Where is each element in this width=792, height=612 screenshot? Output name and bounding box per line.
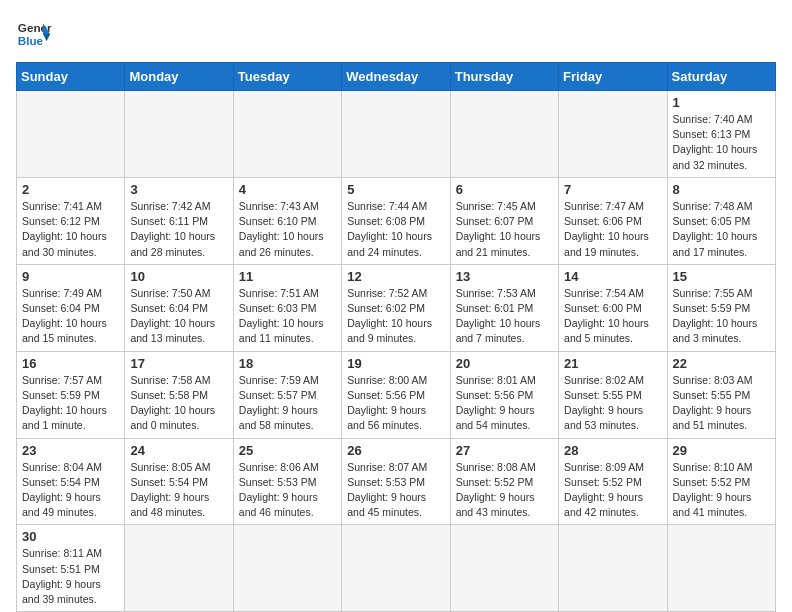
- weekday-header-row: SundayMondayTuesdayWednesdayThursdayFrid…: [17, 63, 776, 91]
- day-info: Sunrise: 8:06 AM Sunset: 5:53 PM Dayligh…: [239, 460, 336, 521]
- day-info: Sunrise: 8:05 AM Sunset: 5:54 PM Dayligh…: [130, 460, 227, 521]
- day-info: Sunrise: 8:10 AM Sunset: 5:52 PM Dayligh…: [673, 460, 770, 521]
- day-info: Sunrise: 8:00 AM Sunset: 5:56 PM Dayligh…: [347, 373, 444, 434]
- day-info: Sunrise: 7:54 AM Sunset: 6:00 PM Dayligh…: [564, 286, 661, 347]
- day-info: Sunrise: 7:45 AM Sunset: 6:07 PM Dayligh…: [456, 199, 553, 260]
- day-info: Sunrise: 8:07 AM Sunset: 5:53 PM Dayligh…: [347, 460, 444, 521]
- calendar-cell: 24Sunrise: 8:05 AM Sunset: 5:54 PM Dayli…: [125, 438, 233, 525]
- day-number: 28: [564, 443, 661, 458]
- calendar-cell: [667, 525, 775, 612]
- day-number: 1: [673, 95, 770, 110]
- calendar-cell: 26Sunrise: 8:07 AM Sunset: 5:53 PM Dayli…: [342, 438, 450, 525]
- day-number: 17: [130, 356, 227, 371]
- day-number: 5: [347, 182, 444, 197]
- day-info: Sunrise: 7:57 AM Sunset: 5:59 PM Dayligh…: [22, 373, 119, 434]
- day-info: Sunrise: 7:43 AM Sunset: 6:10 PM Dayligh…: [239, 199, 336, 260]
- day-info: Sunrise: 7:53 AM Sunset: 6:01 PM Dayligh…: [456, 286, 553, 347]
- day-info: Sunrise: 8:04 AM Sunset: 5:54 PM Dayligh…: [22, 460, 119, 521]
- day-number: 18: [239, 356, 336, 371]
- day-number: 3: [130, 182, 227, 197]
- day-number: 21: [564, 356, 661, 371]
- day-number: 24: [130, 443, 227, 458]
- day-info: Sunrise: 8:01 AM Sunset: 5:56 PM Dayligh…: [456, 373, 553, 434]
- calendar-cell: 23Sunrise: 8:04 AM Sunset: 5:54 PM Dayli…: [17, 438, 125, 525]
- day-info: Sunrise: 8:08 AM Sunset: 5:52 PM Dayligh…: [456, 460, 553, 521]
- calendar-cell: 15Sunrise: 7:55 AM Sunset: 5:59 PM Dayli…: [667, 264, 775, 351]
- day-number: 30: [22, 529, 119, 544]
- calendar-cell: [125, 91, 233, 178]
- calendar-week-4: 16Sunrise: 7:57 AM Sunset: 5:59 PM Dayli…: [17, 351, 776, 438]
- calendar-cell: 4Sunrise: 7:43 AM Sunset: 6:10 PM Daylig…: [233, 177, 341, 264]
- calendar-week-2: 2Sunrise: 7:41 AM Sunset: 6:12 PM Daylig…: [17, 177, 776, 264]
- calendar-table: SundayMondayTuesdayWednesdayThursdayFrid…: [16, 62, 776, 612]
- calendar-cell: 20Sunrise: 8:01 AM Sunset: 5:56 PM Dayli…: [450, 351, 558, 438]
- weekday-header-saturday: Saturday: [667, 63, 775, 91]
- day-number: 8: [673, 182, 770, 197]
- calendar-cell: 22Sunrise: 8:03 AM Sunset: 5:55 PM Dayli…: [667, 351, 775, 438]
- day-number: 14: [564, 269, 661, 284]
- day-number: 23: [22, 443, 119, 458]
- calendar-cell: 1Sunrise: 7:40 AM Sunset: 6:13 PM Daylig…: [667, 91, 775, 178]
- calendar-week-6: 30Sunrise: 8:11 AM Sunset: 5:51 PM Dayli…: [17, 525, 776, 612]
- day-number: 20: [456, 356, 553, 371]
- day-info: Sunrise: 7:48 AM Sunset: 6:05 PM Dayligh…: [673, 199, 770, 260]
- day-info: Sunrise: 8:02 AM Sunset: 5:55 PM Dayligh…: [564, 373, 661, 434]
- day-number: 7: [564, 182, 661, 197]
- day-info: Sunrise: 7:47 AM Sunset: 6:06 PM Dayligh…: [564, 199, 661, 260]
- calendar-cell: 10Sunrise: 7:50 AM Sunset: 6:04 PM Dayli…: [125, 264, 233, 351]
- calendar-cell: 21Sunrise: 8:02 AM Sunset: 5:55 PM Dayli…: [559, 351, 667, 438]
- calendar-cell: 11Sunrise: 7:51 AM Sunset: 6:03 PM Dayli…: [233, 264, 341, 351]
- calendar-week-5: 23Sunrise: 8:04 AM Sunset: 5:54 PM Dayli…: [17, 438, 776, 525]
- day-info: Sunrise: 7:40 AM Sunset: 6:13 PM Dayligh…: [673, 112, 770, 173]
- day-info: Sunrise: 7:52 AM Sunset: 6:02 PM Dayligh…: [347, 286, 444, 347]
- logo-icon: General Blue: [16, 16, 52, 52]
- day-info: Sunrise: 7:41 AM Sunset: 6:12 PM Dayligh…: [22, 199, 119, 260]
- day-info: Sunrise: 7:49 AM Sunset: 6:04 PM Dayligh…: [22, 286, 119, 347]
- calendar-cell: 6Sunrise: 7:45 AM Sunset: 6:07 PM Daylig…: [450, 177, 558, 264]
- day-number: 11: [239, 269, 336, 284]
- day-number: 12: [347, 269, 444, 284]
- day-number: 6: [456, 182, 553, 197]
- day-info: Sunrise: 7:44 AM Sunset: 6:08 PM Dayligh…: [347, 199, 444, 260]
- svg-marker-3: [43, 34, 50, 41]
- day-info: Sunrise: 7:58 AM Sunset: 5:58 PM Dayligh…: [130, 373, 227, 434]
- calendar-cell: 8Sunrise: 7:48 AM Sunset: 6:05 PM Daylig…: [667, 177, 775, 264]
- day-info: Sunrise: 8:03 AM Sunset: 5:55 PM Dayligh…: [673, 373, 770, 434]
- calendar-cell: 27Sunrise: 8:08 AM Sunset: 5:52 PM Dayli…: [450, 438, 558, 525]
- svg-text:Blue: Blue: [18, 34, 44, 47]
- weekday-header-wednesday: Wednesday: [342, 63, 450, 91]
- weekday-header-sunday: Sunday: [17, 63, 125, 91]
- calendar-cell: 14Sunrise: 7:54 AM Sunset: 6:00 PM Dayli…: [559, 264, 667, 351]
- logo: General Blue: [16, 16, 52, 52]
- calendar-cell: [342, 91, 450, 178]
- calendar-week-3: 9Sunrise: 7:49 AM Sunset: 6:04 PM Daylig…: [17, 264, 776, 351]
- calendar-cell: 16Sunrise: 7:57 AM Sunset: 5:59 PM Dayli…: [17, 351, 125, 438]
- day-info: Sunrise: 8:09 AM Sunset: 5:52 PM Dayligh…: [564, 460, 661, 521]
- calendar-cell: 9Sunrise: 7:49 AM Sunset: 6:04 PM Daylig…: [17, 264, 125, 351]
- day-info: Sunrise: 8:11 AM Sunset: 5:51 PM Dayligh…: [22, 546, 119, 607]
- calendar-cell: 5Sunrise: 7:44 AM Sunset: 6:08 PM Daylig…: [342, 177, 450, 264]
- calendar-cell: [125, 525, 233, 612]
- day-number: 9: [22, 269, 119, 284]
- day-number: 2: [22, 182, 119, 197]
- day-number: 25: [239, 443, 336, 458]
- day-info: Sunrise: 7:42 AM Sunset: 6:11 PM Dayligh…: [130, 199, 227, 260]
- calendar-cell: 25Sunrise: 8:06 AM Sunset: 5:53 PM Dayli…: [233, 438, 341, 525]
- weekday-header-tuesday: Tuesday: [233, 63, 341, 91]
- calendar-cell: [450, 91, 558, 178]
- day-info: Sunrise: 7:59 AM Sunset: 5:57 PM Dayligh…: [239, 373, 336, 434]
- day-info: Sunrise: 7:50 AM Sunset: 6:04 PM Dayligh…: [130, 286, 227, 347]
- weekday-header-friday: Friday: [559, 63, 667, 91]
- weekday-header-thursday: Thursday: [450, 63, 558, 91]
- day-number: 27: [456, 443, 553, 458]
- calendar-cell: [233, 91, 341, 178]
- calendar-cell: 29Sunrise: 8:10 AM Sunset: 5:52 PM Dayli…: [667, 438, 775, 525]
- day-number: 16: [22, 356, 119, 371]
- calendar-cell: 12Sunrise: 7:52 AM Sunset: 6:02 PM Dayli…: [342, 264, 450, 351]
- page-header: General Blue: [16, 16, 776, 52]
- calendar-cell: 17Sunrise: 7:58 AM Sunset: 5:58 PM Dayli…: [125, 351, 233, 438]
- calendar-cell: 7Sunrise: 7:47 AM Sunset: 6:06 PM Daylig…: [559, 177, 667, 264]
- day-number: 15: [673, 269, 770, 284]
- calendar-cell: 19Sunrise: 8:00 AM Sunset: 5:56 PM Dayli…: [342, 351, 450, 438]
- weekday-header-monday: Monday: [125, 63, 233, 91]
